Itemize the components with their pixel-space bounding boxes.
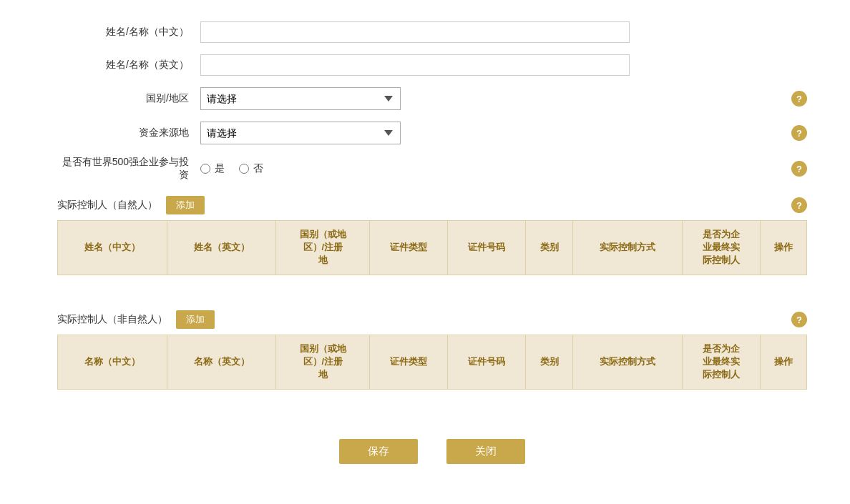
natural-person-empty-row <box>58 275 807 296</box>
natural-person-col-operation: 操作 <box>760 221 806 275</box>
natural-person-col-control-method: 实际控制方式 <box>572 221 682 275</box>
fund-source-label: 资金来源地 <box>57 127 200 139</box>
non-natural-person-col-name-cn: 名称（中文） <box>58 335 167 390</box>
radio-no-input[interactable] <box>239 164 249 174</box>
non-natural-person-col-category: 类别 <box>526 335 572 390</box>
natural-person-add-button[interactable]: 添加 <box>166 196 205 214</box>
natural-person-col-country: 国别（或地区）/注册地 <box>276 221 370 275</box>
radio-no-item[interactable]: 否 <box>239 162 263 175</box>
fortune500-label: 是否有世界500强企业参与投资 <box>57 156 200 182</box>
name-en-input[interactable] <box>200 54 630 76</box>
natural-person-col-name-en: 姓名（英文） <box>167 221 276 275</box>
natural-person-col-category: 类别 <box>526 221 572 275</box>
radio-yes-input[interactable] <box>200 164 210 174</box>
natural-person-col-name-cn: 姓名（中文） <box>58 221 167 275</box>
fortune500-row: 是否有世界500强企业参与投资 是 否 ? <box>57 156 807 182</box>
close-button[interactable]: 关闭 <box>446 439 525 464</box>
name-en-row: 姓名/名称（英文） <box>57 54 807 76</box>
non-natural-person-empty-row <box>58 389 807 410</box>
name-cn-input[interactable] <box>200 21 630 43</box>
non-natural-person-table: 名称（中文） 名称（英文） 国别（或地区）/注册地 证件类型 证件号码 类别 实… <box>57 335 807 410</box>
fund-source-select[interactable]: 请选择 <box>200 122 401 144</box>
natural-person-table-header-row: 姓名（中文） 姓名（英文） 国别（或地区）/注册地 证件类型 证件号码 类别 实… <box>58 221 807 275</box>
non-natural-person-add-button[interactable]: 添加 <box>176 310 215 329</box>
country-row: 国别/地区 请选择 ? <box>57 87 807 110</box>
natural-person-table: 姓名（中文） 姓名（英文） 国别（或地区）/注册地 证件类型 证件号码 类别 实… <box>57 220 807 296</box>
name-cn-row: 姓名/名称（中文） <box>57 21 807 43</box>
radio-no-label: 否 <box>253 162 263 175</box>
bottom-buttons: 保存 关闭 <box>57 439 807 464</box>
name-cn-label: 姓名/名称（中文） <box>57 26 200 39</box>
non-natural-person-col-final-controller: 是否为企业最终实际控制人 <box>682 335 760 390</box>
non-natural-person-col-country: 国别（或地区）/注册地 <box>276 335 370 390</box>
fund-source-row: 资金来源地 请选择 ? <box>57 122 807 144</box>
natural-person-title: 实际控制人（自然人） <box>57 199 157 212</box>
country-select[interactable]: 请选择 <box>200 87 401 110</box>
fund-source-help-icon[interactable]: ? <box>791 125 807 141</box>
non-natural-person-table-header-row: 名称（中文） 名称（英文） 国别（或地区）/注册地 证件类型 证件号码 类别 实… <box>58 335 807 390</box>
non-natural-person-col-operation: 操作 <box>760 335 806 390</box>
save-button[interactable]: 保存 <box>339 439 418 464</box>
radio-yes-label: 是 <box>215 162 225 175</box>
natural-person-help-icon[interactable]: ? <box>791 197 807 213</box>
non-natural-person-col-cert-num: 证件号码 <box>448 335 526 390</box>
country-label: 国别/地区 <box>57 92 200 105</box>
fortune500-radio-group: 是 否 <box>200 162 263 175</box>
name-en-label: 姓名/名称（英文） <box>57 59 200 71</box>
radio-yes-item[interactable]: 是 <box>200 162 225 175</box>
natural-person-col-cert-num: 证件号码 <box>448 221 526 275</box>
non-natural-person-section-header: 实际控制人（非自然人） 添加 ? <box>57 310 807 329</box>
natural-person-col-final-controller: 是否为企业最终实际控制人 <box>682 221 760 275</box>
non-natural-person-title: 实际控制人（非自然人） <box>57 313 167 326</box>
fortune500-help-icon[interactable]: ? <box>791 161 807 177</box>
natural-person-section-header: 实际控制人（自然人） 添加 ? <box>57 196 807 214</box>
non-natural-person-help-icon[interactable]: ? <box>791 312 807 327</box>
non-natural-person-col-name-en: 名称（英文） <box>167 335 276 390</box>
non-natural-person-col-control-method: 实际控制方式 <box>572 335 682 390</box>
country-help-icon[interactable]: ? <box>791 91 807 107</box>
non-natural-person-col-cert-type: 证件类型 <box>370 335 448 390</box>
natural-person-col-cert-type: 证件类型 <box>370 221 448 275</box>
